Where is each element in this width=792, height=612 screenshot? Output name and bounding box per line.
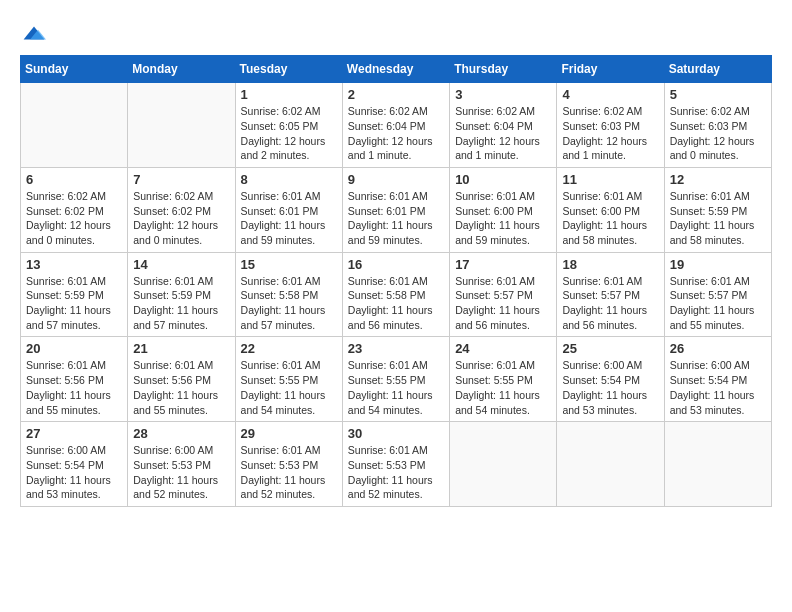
day-number: 9: [348, 172, 444, 187]
day-number: 6: [26, 172, 122, 187]
calendar-cell: 19Sunrise: 6:01 AM Sunset: 5:57 PM Dayli…: [664, 252, 771, 337]
calendar-week-row: 20Sunrise: 6:01 AM Sunset: 5:56 PM Dayli…: [21, 337, 772, 422]
calendar-cell: 14Sunrise: 6:01 AM Sunset: 5:59 PM Dayli…: [128, 252, 235, 337]
day-detail: Sunrise: 6:02 AM Sunset: 6:03 PM Dayligh…: [562, 104, 658, 163]
day-number: 28: [133, 426, 229, 441]
day-detail: Sunrise: 6:01 AM Sunset: 5:57 PM Dayligh…: [455, 274, 551, 333]
day-number: 19: [670, 257, 766, 272]
day-number: 21: [133, 341, 229, 356]
calendar-cell: [21, 83, 128, 168]
calendar-table: SundayMondayTuesdayWednesdayThursdayFrid…: [20, 55, 772, 507]
day-detail: Sunrise: 6:01 AM Sunset: 5:57 PM Dayligh…: [670, 274, 766, 333]
day-number: 2: [348, 87, 444, 102]
calendar-cell: 29Sunrise: 6:01 AM Sunset: 5:53 PM Dayli…: [235, 422, 342, 507]
day-number: 4: [562, 87, 658, 102]
calendar-cell: [557, 422, 664, 507]
day-detail: Sunrise: 6:01 AM Sunset: 5:55 PM Dayligh…: [455, 358, 551, 417]
calendar-cell: 10Sunrise: 6:01 AM Sunset: 6:00 PM Dayli…: [450, 167, 557, 252]
day-number: 15: [241, 257, 337, 272]
day-detail: Sunrise: 6:01 AM Sunset: 6:00 PM Dayligh…: [562, 189, 658, 248]
day-detail: Sunrise: 6:00 AM Sunset: 5:54 PM Dayligh…: [670, 358, 766, 417]
calendar-cell: 7Sunrise: 6:02 AM Sunset: 6:02 PM Daylig…: [128, 167, 235, 252]
day-detail: Sunrise: 6:01 AM Sunset: 5:53 PM Dayligh…: [241, 443, 337, 502]
calendar-cell: 6Sunrise: 6:02 AM Sunset: 6:02 PM Daylig…: [21, 167, 128, 252]
weekday-header: Monday: [128, 56, 235, 83]
day-detail: Sunrise: 6:01 AM Sunset: 6:00 PM Dayligh…: [455, 189, 551, 248]
weekday-header: Tuesday: [235, 56, 342, 83]
calendar-cell: 30Sunrise: 6:01 AM Sunset: 5:53 PM Dayli…: [342, 422, 449, 507]
calendar-cell: [664, 422, 771, 507]
day-number: 8: [241, 172, 337, 187]
day-detail: Sunrise: 6:02 AM Sunset: 6:05 PM Dayligh…: [241, 104, 337, 163]
calendar-body: 1Sunrise: 6:02 AM Sunset: 6:05 PM Daylig…: [21, 83, 772, 507]
calendar-cell: 28Sunrise: 6:00 AM Sunset: 5:53 PM Dayli…: [128, 422, 235, 507]
day-detail: Sunrise: 6:02 AM Sunset: 6:03 PM Dayligh…: [670, 104, 766, 163]
day-detail: Sunrise: 6:01 AM Sunset: 5:59 PM Dayligh…: [133, 274, 229, 333]
calendar-cell: 4Sunrise: 6:02 AM Sunset: 6:03 PM Daylig…: [557, 83, 664, 168]
day-number: 22: [241, 341, 337, 356]
calendar-cell: 18Sunrise: 6:01 AM Sunset: 5:57 PM Dayli…: [557, 252, 664, 337]
day-number: 25: [562, 341, 658, 356]
day-number: 18: [562, 257, 658, 272]
day-detail: Sunrise: 6:01 AM Sunset: 5:57 PM Dayligh…: [562, 274, 658, 333]
weekday-header: Friday: [557, 56, 664, 83]
calendar-cell: 8Sunrise: 6:01 AM Sunset: 6:01 PM Daylig…: [235, 167, 342, 252]
calendar-header-row: SundayMondayTuesdayWednesdayThursdayFrid…: [21, 56, 772, 83]
day-detail: Sunrise: 6:00 AM Sunset: 5:54 PM Dayligh…: [26, 443, 122, 502]
day-number: 23: [348, 341, 444, 356]
day-number: 29: [241, 426, 337, 441]
calendar-week-row: 1Sunrise: 6:02 AM Sunset: 6:05 PM Daylig…: [21, 83, 772, 168]
day-number: 20: [26, 341, 122, 356]
logo: [20, 20, 46, 45]
calendar-cell: 27Sunrise: 6:00 AM Sunset: 5:54 PM Dayli…: [21, 422, 128, 507]
logo-icon: [22, 21, 46, 45]
calendar-cell: 1Sunrise: 6:02 AM Sunset: 6:05 PM Daylig…: [235, 83, 342, 168]
day-number: 5: [670, 87, 766, 102]
day-detail: Sunrise: 6:01 AM Sunset: 5:58 PM Dayligh…: [348, 274, 444, 333]
calendar-cell: 25Sunrise: 6:00 AM Sunset: 5:54 PM Dayli…: [557, 337, 664, 422]
calendar-cell: 11Sunrise: 6:01 AM Sunset: 6:00 PM Dayli…: [557, 167, 664, 252]
day-number: 3: [455, 87, 551, 102]
day-number: 16: [348, 257, 444, 272]
day-number: 10: [455, 172, 551, 187]
day-number: 30: [348, 426, 444, 441]
day-detail: Sunrise: 6:01 AM Sunset: 5:55 PM Dayligh…: [348, 358, 444, 417]
calendar-week-row: 13Sunrise: 6:01 AM Sunset: 5:59 PM Dayli…: [21, 252, 772, 337]
day-detail: Sunrise: 6:02 AM Sunset: 6:02 PM Dayligh…: [133, 189, 229, 248]
calendar-cell: 17Sunrise: 6:01 AM Sunset: 5:57 PM Dayli…: [450, 252, 557, 337]
calendar-cell: 15Sunrise: 6:01 AM Sunset: 5:58 PM Dayli…: [235, 252, 342, 337]
day-number: 12: [670, 172, 766, 187]
day-number: 7: [133, 172, 229, 187]
calendar-cell: 13Sunrise: 6:01 AM Sunset: 5:59 PM Dayli…: [21, 252, 128, 337]
logo-text: [20, 20, 46, 45]
calendar-cell: 20Sunrise: 6:01 AM Sunset: 5:56 PM Dayli…: [21, 337, 128, 422]
calendar-cell: 24Sunrise: 6:01 AM Sunset: 5:55 PM Dayli…: [450, 337, 557, 422]
day-detail: Sunrise: 6:02 AM Sunset: 6:04 PM Dayligh…: [455, 104, 551, 163]
day-detail: Sunrise: 6:00 AM Sunset: 5:53 PM Dayligh…: [133, 443, 229, 502]
day-number: 14: [133, 257, 229, 272]
day-detail: Sunrise: 6:01 AM Sunset: 5:59 PM Dayligh…: [670, 189, 766, 248]
page-header: [20, 20, 772, 45]
day-number: 1: [241, 87, 337, 102]
day-detail: Sunrise: 6:02 AM Sunset: 6:04 PM Dayligh…: [348, 104, 444, 163]
calendar-week-row: 6Sunrise: 6:02 AM Sunset: 6:02 PM Daylig…: [21, 167, 772, 252]
calendar-cell: 2Sunrise: 6:02 AM Sunset: 6:04 PM Daylig…: [342, 83, 449, 168]
day-number: 13: [26, 257, 122, 272]
calendar-cell: 22Sunrise: 6:01 AM Sunset: 5:55 PM Dayli…: [235, 337, 342, 422]
calendar-cell: 16Sunrise: 6:01 AM Sunset: 5:58 PM Dayli…: [342, 252, 449, 337]
day-detail: Sunrise: 6:01 AM Sunset: 6:01 PM Dayligh…: [241, 189, 337, 248]
calendar-cell: [128, 83, 235, 168]
weekday-header: Sunday: [21, 56, 128, 83]
day-detail: Sunrise: 6:01 AM Sunset: 6:01 PM Dayligh…: [348, 189, 444, 248]
calendar-cell: 9Sunrise: 6:01 AM Sunset: 6:01 PM Daylig…: [342, 167, 449, 252]
calendar-week-row: 27Sunrise: 6:00 AM Sunset: 5:54 PM Dayli…: [21, 422, 772, 507]
calendar-cell: 3Sunrise: 6:02 AM Sunset: 6:04 PM Daylig…: [450, 83, 557, 168]
day-detail: Sunrise: 6:01 AM Sunset: 5:53 PM Dayligh…: [348, 443, 444, 502]
day-detail: Sunrise: 6:02 AM Sunset: 6:02 PM Dayligh…: [26, 189, 122, 248]
day-detail: Sunrise: 6:01 AM Sunset: 5:58 PM Dayligh…: [241, 274, 337, 333]
calendar-cell: 12Sunrise: 6:01 AM Sunset: 5:59 PM Dayli…: [664, 167, 771, 252]
weekday-header: Saturday: [664, 56, 771, 83]
day-detail: Sunrise: 6:01 AM Sunset: 5:55 PM Dayligh…: [241, 358, 337, 417]
calendar-cell: 23Sunrise: 6:01 AM Sunset: 5:55 PM Dayli…: [342, 337, 449, 422]
calendar-cell: [450, 422, 557, 507]
